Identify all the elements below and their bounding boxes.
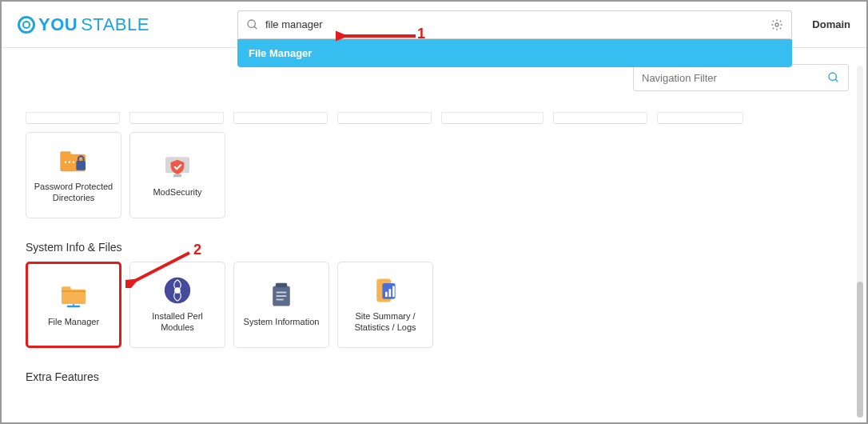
global-search[interactable]	[237, 10, 792, 39]
svg-rect-22	[277, 292, 287, 294]
tile-label: Installed Perl Modules	[135, 311, 220, 334]
ghost-tile	[129, 112, 224, 124]
search-suggestion-label: File Manager	[249, 47, 312, 59]
brand-text-bold: YOU	[38, 14, 78, 35]
tile-label: ModSecurity	[153, 187, 201, 198]
brand-logo: YOUSTABLE	[18, 14, 149, 35]
site-summary-icon	[369, 276, 401, 305]
logo-ring-icon	[18, 16, 35, 34]
svg-rect-23	[277, 295, 287, 297]
svg-point-2	[775, 23, 778, 26]
svg-rect-12	[173, 174, 181, 177]
ghost-tile	[337, 112, 432, 124]
search-icon	[827, 71, 840, 84]
search-icon	[246, 18, 259, 31]
tile-system-information[interactable]: System Information	[233, 262, 329, 348]
brand-text-thin: STABLE	[81, 14, 149, 35]
svg-line-4	[835, 79, 838, 82]
ghost-tile	[26, 112, 120, 124]
svg-point-3	[829, 73, 836, 80]
tile-modsecurity[interactable]: ModSecurity	[129, 132, 225, 218]
password-protected-dirs-icon	[58, 146, 90, 175]
svg-rect-15	[62, 290, 86, 292]
section-title-extra: Extra Features	[2, 370, 866, 383]
search-suggestion[interactable]: File Manager	[237, 39, 792, 67]
svg-point-19	[174, 287, 181, 294]
svg-rect-21	[276, 283, 287, 287]
gear-icon[interactable]	[770, 18, 783, 31]
domain-link[interactable]: Domain	[812, 18, 850, 30]
svg-line-1	[254, 26, 257, 29]
ghost-tile	[441, 112, 543, 124]
svg-rect-7	[76, 161, 86, 170]
navigation-filter[interactable]	[633, 64, 849, 91]
system-information-icon	[265, 282, 297, 310]
file-manager-icon	[58, 282, 90, 310]
scrollbar-thumb[interactable]	[857, 282, 863, 418]
tile-password-protected-dirs[interactable]: Password Protected Directories	[26, 132, 121, 218]
tile-label: System Information	[244, 317, 320, 328]
svg-rect-24	[277, 299, 284, 301]
modsecurity-icon	[161, 152, 193, 181]
navigation-filter-input[interactable]	[642, 72, 827, 84]
installed-perl-modules-icon	[161, 276, 193, 305]
svg-rect-27	[385, 292, 388, 297]
tile-label: Site Summary / Statistics / Logs	[343, 311, 428, 334]
tile-site-summary[interactable]: Site Summary / Statistics / Logs	[337, 262, 433, 348]
tile-label: Password Protected Directories	[31, 182, 116, 204]
svg-rect-28	[389, 289, 392, 297]
ghost-tile	[233, 112, 328, 124]
svg-point-10	[73, 162, 74, 163]
global-search-input[interactable]	[259, 18, 770, 30]
ghost-tile	[553, 112, 647, 124]
tile-installed-perl-modules[interactable]: Installed Perl Modules	[129, 262, 225, 348]
svg-rect-6	[60, 152, 70, 158]
svg-point-8	[65, 162, 66, 163]
svg-point-9	[69, 162, 70, 163]
section-title-system: System Info & Files	[2, 241, 866, 254]
svg-point-0	[248, 20, 255, 27]
tile-label: File Manager	[48, 317, 99, 328]
ghost-tile	[657, 112, 743, 124]
tile-file-manager[interactable]: File Manager	[26, 262, 121, 348]
svg-rect-29	[392, 286, 395, 298]
